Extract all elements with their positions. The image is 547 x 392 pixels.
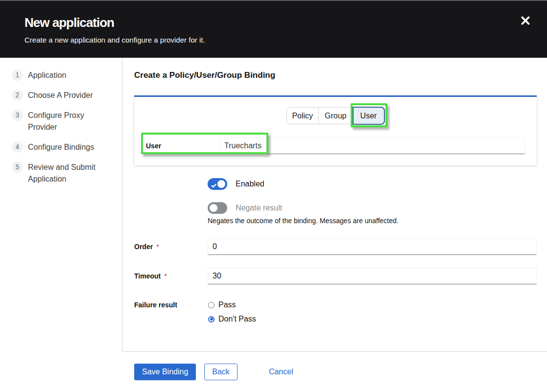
failure-result-label: Failure result <box>134 300 208 324</box>
step-application[interactable]: 1 Application <box>12 69 122 81</box>
check-icon <box>211 182 216 190</box>
wizard-body: 1 Application 2 Choose A Provider 3 Conf… <box>0 58 547 351</box>
step-configure-bindings[interactable]: 4 Configure Bindings <box>12 141 122 153</box>
cancel-button[interactable]: Cancel <box>261 364 301 380</box>
tab-group[interactable]: Group <box>318 107 353 124</box>
user-binding-row: User Truecharts <box>146 137 525 154</box>
user-select[interactable]: Truecharts <box>219 137 525 154</box>
step-configure-proxy-provider[interactable]: 3 Configure Proxy Provider <box>12 110 122 133</box>
timeout-form-group: Timeout* <box>134 268 537 284</box>
step-number: 5 <box>12 161 23 173</box>
close-button[interactable] <box>521 16 530 25</box>
modal-title: New application <box>24 16 523 29</box>
modal-header: New application Create a new application… <box>0 1 547 58</box>
step-choose-a-provider[interactable]: 2 Choose A Provider <box>12 90 122 101</box>
step-number: 4 <box>12 141 23 153</box>
user-select-value: Truecharts <box>224 141 262 150</box>
back-button[interactable]: Back <box>204 364 238 380</box>
pass-radio-row: Pass <box>208 300 537 310</box>
negate-toggle[interactable] <box>208 202 227 214</box>
enabled-toggle-row: Enabled <box>208 178 264 190</box>
negate-toggle-row: Negate result <box>208 202 537 214</box>
wizard-footer: Save Binding Back Cancel <box>122 351 547 392</box>
timeout-input[interactable] <box>208 268 537 284</box>
step-label: Configure Bindings <box>28 141 94 153</box>
step-label: Configure Proxy Provider <box>28 110 84 133</box>
enabled-form-group: Enabled <box>134 178 537 190</box>
tab-policy[interactable]: Policy <box>286 107 319 124</box>
save-binding-button[interactable]: Save Binding <box>134 364 196 380</box>
toggle-knob <box>217 180 225 188</box>
binding-card: Policy Group User User Truecharts <box>134 95 537 165</box>
toggle-knob <box>210 204 217 212</box>
enabled-toggle[interactable] <box>208 178 227 190</box>
step-number: 3 <box>12 110 23 121</box>
timeout-label: Timeout* <box>134 268 208 284</box>
step-label: Choose A Provider <box>28 90 93 101</box>
order-form-group: Order* <box>134 238 537 255</box>
user-field-label: User <box>146 137 219 154</box>
failure-result-form-group: Failure result Pass Don't Pass <box>134 300 537 324</box>
step-label: Application <box>28 69 66 81</box>
pass-radio-label: Pass <box>218 300 236 309</box>
dont-pass-radio-row: Don't Pass <box>208 314 537 324</box>
modal-subtitle: Create a new application and configure a… <box>24 35 523 45</box>
step-number: 2 <box>12 90 23 101</box>
new-application-modal: New application Create a new application… <box>0 0 547 392</box>
binding-type-tab-group: Policy Group User <box>146 107 525 125</box>
wizard-main-panel: Create a Policy/User/Group Binding Polic… <box>122 58 547 351</box>
negate-toggle-label: Negate result <box>236 204 282 212</box>
step-label: Review and Submit Application <box>28 161 95 185</box>
wizard-steps-sidebar: 1 Application 2 Choose A Provider 3 Conf… <box>0 58 122 351</box>
dont-pass-radio-label: Don't Pass <box>218 315 256 323</box>
dont-pass-radio[interactable] <box>208 316 214 323</box>
enabled-toggle-label: Enabled <box>236 180 264 188</box>
negate-form-group: Negate result Negates the outcome of the… <box>134 202 537 226</box>
step-review-and-submit[interactable]: 5 Review and Submit Application <box>12 161 122 185</box>
required-asterisk: * <box>156 243 159 251</box>
step-number: 1 <box>12 69 23 81</box>
close-icon <box>521 16 530 25</box>
required-asterisk: * <box>164 272 166 280</box>
order-input[interactable] <box>208 238 537 255</box>
page-title: Create a Policy/User/Group Binding <box>134 69 537 81</box>
pass-radio[interactable] <box>208 302 214 308</box>
order-label: Order* <box>134 238 208 255</box>
negate-help-text: Negates the outcome of the binding. Mess… <box>208 216 537 226</box>
tab-user[interactable]: User <box>353 107 385 125</box>
